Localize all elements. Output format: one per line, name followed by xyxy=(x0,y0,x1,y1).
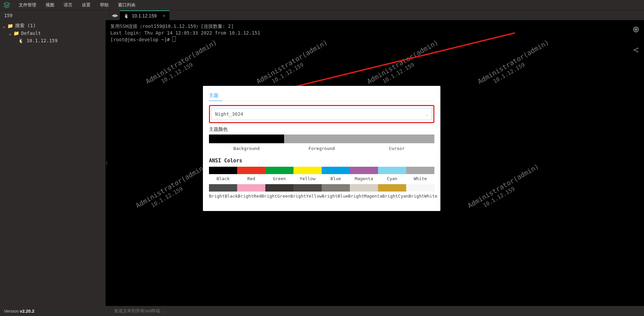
terminal-tab[interactable]: 🐧 10.1.12.159 × xyxy=(120,10,169,20)
swatch-magenta[interactable] xyxy=(350,167,378,174)
tab-label: 10.1.12.159 xyxy=(132,13,157,18)
swatch-brightred[interactable] xyxy=(237,184,265,192)
swatch-label: Green xyxy=(265,174,293,183)
swatch-label: Foreground xyxy=(284,143,359,153)
tree-group-label: Default xyxy=(21,31,41,36)
swatch-brightblack[interactable] xyxy=(209,184,237,192)
swatch-blue[interactable] xyxy=(322,167,350,174)
chevron-down-icon: ⌄ xyxy=(8,31,12,36)
swatch-label: White xyxy=(406,174,434,183)
swatch-label: BrightMagenta xyxy=(348,192,382,201)
menu-settings[interactable]: 设置 xyxy=(77,2,95,8)
theme-select[interactable]: Night_3024 ⌄ xyxy=(211,108,432,120)
swatch-green[interactable] xyxy=(265,167,293,174)
swatch-brightgreen[interactable] xyxy=(265,184,293,192)
linux-icon: 🐧 xyxy=(124,14,129,18)
swatch-label: Magenta xyxy=(350,174,378,183)
svg-point-2 xyxy=(637,48,638,49)
swatch-label: BrightBlack xyxy=(209,192,238,201)
svg-point-1 xyxy=(634,49,635,50)
swatch-label: Cursor xyxy=(359,143,434,153)
linux-icon: 🐧 xyxy=(18,38,24,43)
theme-select-value: Night_3024 xyxy=(215,111,243,117)
swatch-label: Background xyxy=(209,143,284,153)
ansi-title: ANSI Colors xyxy=(209,157,434,164)
menu-language[interactable]: 语言 xyxy=(59,2,77,8)
swatch-black[interactable] xyxy=(209,167,237,174)
annotation-highlight: Night_3024 ⌄ xyxy=(209,105,434,123)
sidebar-splitter[interactable]: ┇ xyxy=(105,20,107,306)
swatch-label: BrightBlue xyxy=(322,192,348,201)
swatch-label: Blue xyxy=(322,174,350,183)
swatch-label: Red xyxy=(237,174,265,183)
version-label: Version v2.20.2 xyxy=(0,309,109,314)
menu-bar: 文件管理 视图 语言 设置 帮助 窗口列表 xyxy=(0,0,644,10)
swatch-brightyellow[interactable] xyxy=(293,184,322,192)
swatch-cursor[interactable] xyxy=(359,135,434,143)
theme-color-label: 主题颜色 xyxy=(209,126,434,133)
swatch-label: Yellow xyxy=(293,174,322,183)
svg-point-3 xyxy=(637,51,638,52)
tab-row: 159 ◀▶ 🐧 10.1.12.159 × xyxy=(0,10,644,20)
swatch-label: BrightCyan xyxy=(382,192,409,201)
swatch-label: BrightRed xyxy=(238,192,261,201)
swatch-brightwhite[interactable] xyxy=(406,184,434,192)
swatch-brightcyan[interactable] xyxy=(378,184,406,192)
folder-icon: 📁 xyxy=(7,23,13,29)
tab-nav-arrows[interactable]: ◀▶ xyxy=(110,10,120,20)
app-logo xyxy=(3,1,11,9)
menu-view[interactable]: 视图 xyxy=(41,2,59,8)
swatch-foreground[interactable] xyxy=(284,135,359,143)
tree-host[interactable]: 🐧 10.1.12.159 xyxy=(0,37,105,44)
svg-line-4 xyxy=(265,33,515,94)
swatch-label: BrightGreen xyxy=(262,192,290,201)
ansi-swatch-row xyxy=(209,167,434,174)
menu-help[interactable]: 帮助 xyxy=(95,2,113,8)
broadcast-input[interactable]: 发送文本到所有ssh终端 ... xyxy=(109,308,644,314)
swatch-cyan[interactable] xyxy=(378,167,406,174)
settings-wheel-icon[interactable] xyxy=(633,26,639,35)
tree-group[interactable]: ⌄ 📁 Default xyxy=(0,30,105,37)
sidebar-title: 159 xyxy=(0,10,110,20)
base-swatch-row xyxy=(209,135,434,143)
sidebar: ⌄ 📁 搜索 (1) ⌄ 📁 Default 🐧 10.1.12.159 xyxy=(0,20,106,306)
swatch-label: Cyan xyxy=(378,174,406,183)
swatch-label: BrightWhite xyxy=(409,192,437,201)
ansi-bright-swatch-row xyxy=(209,184,434,192)
tree-host-label: 10.1.12.159 xyxy=(26,38,58,43)
share-icon[interactable] xyxy=(633,47,639,55)
theme-modal: 主题 Night_3024 ⌄ 主题颜色 Background Foregrou… xyxy=(203,86,440,211)
terminal-output: 复用SSH连接（root159@10.1.12.159）[连接数量: 2] La… xyxy=(110,23,260,43)
menu-windows[interactable]: 窗口列表 xyxy=(113,2,140,8)
tree-root-label: 搜索 (1) xyxy=(15,23,36,29)
swatch-label: BrightYellow xyxy=(290,192,322,201)
swatch-background[interactable] xyxy=(209,135,284,143)
chevron-down-icon: ⌄ xyxy=(2,23,6,29)
swatch-red[interactable] xyxy=(237,167,265,174)
tree-root[interactable]: ⌄ 📁 搜索 (1) xyxy=(0,22,105,30)
swatch-yellow[interactable] xyxy=(293,167,322,174)
close-icon[interactable]: × xyxy=(163,13,165,18)
menu-file[interactable]: 文件管理 xyxy=(14,2,41,8)
swatch-white[interactable] xyxy=(406,167,434,174)
swatch-label: Black xyxy=(209,174,237,183)
chevron-down-icon: ⌄ xyxy=(426,111,428,117)
modal-title: 主题 xyxy=(209,92,434,99)
terminal[interactable]: 复用SSH连接（root159@10.1.12.159）[连接数量: 2] La… xyxy=(106,20,644,306)
status-bar: Version v2.20.2 发送文本到所有ssh终端 ... xyxy=(0,306,644,316)
folder-icon: 📁 xyxy=(13,31,19,36)
swatch-brightblue[interactable] xyxy=(322,184,350,192)
swatch-brightmagenta[interactable] xyxy=(350,184,378,192)
